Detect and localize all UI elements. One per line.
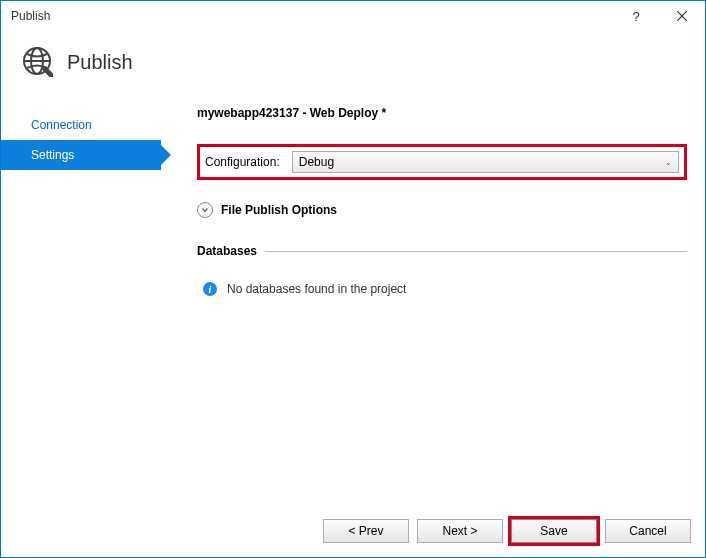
chevron-down-icon: ⌄ — [665, 158, 672, 167]
dialog-header: Publish — [1, 31, 705, 102]
next-button[interactable]: Next > — [417, 519, 503, 543]
close-icon — [677, 11, 687, 21]
publish-profile-title: mywebapp423137 - Web Deploy * — [197, 106, 687, 120]
cancel-button[interactable]: Cancel — [605, 519, 691, 543]
sidebar-item-settings[interactable]: Settings — [1, 140, 161, 170]
save-button[interactable]: Save — [511, 519, 597, 543]
databases-message: No databases found in the project — [227, 282, 406, 296]
configuration-label: Configuration: — [205, 155, 280, 169]
sidebar-item-label: Settings — [31, 148, 74, 162]
sidebar: Connection Settings — [1, 102, 161, 522]
help-button[interactable]: ? — [613, 1, 659, 31]
window-title: Publish — [11, 9, 613, 23]
file-publish-options-expander[interactable]: File Publish Options — [197, 202, 687, 218]
sidebar-item-label: Connection — [31, 118, 92, 132]
globe-icon — [21, 45, 53, 80]
info-icon: i — [203, 282, 217, 296]
expander-label: File Publish Options — [221, 203, 337, 217]
sidebar-item-connection[interactable]: Connection — [1, 110, 161, 140]
footer-buttons: < Prev Next > Save Cancel — [323, 519, 691, 543]
close-button[interactable] — [659, 1, 705, 31]
databases-heading: Databases — [197, 244, 257, 258]
configuration-value: Debug — [299, 155, 334, 169]
main-panel: mywebapp423137 - Web Deploy * Configurat… — [161, 102, 705, 522]
title-bar: Publish ? — [1, 1, 705, 31]
configuration-select[interactable]: Debug ⌄ — [292, 151, 679, 173]
databases-message-row: i No databases found in the project — [197, 282, 687, 296]
prev-button[interactable]: < Prev — [323, 519, 409, 543]
page-title: Publish — [67, 51, 133, 74]
expand-toggle-icon — [197, 202, 213, 218]
divider — [265, 251, 687, 252]
databases-section-header: Databases — [197, 244, 687, 258]
configuration-row: Configuration: Debug ⌄ — [197, 144, 687, 180]
